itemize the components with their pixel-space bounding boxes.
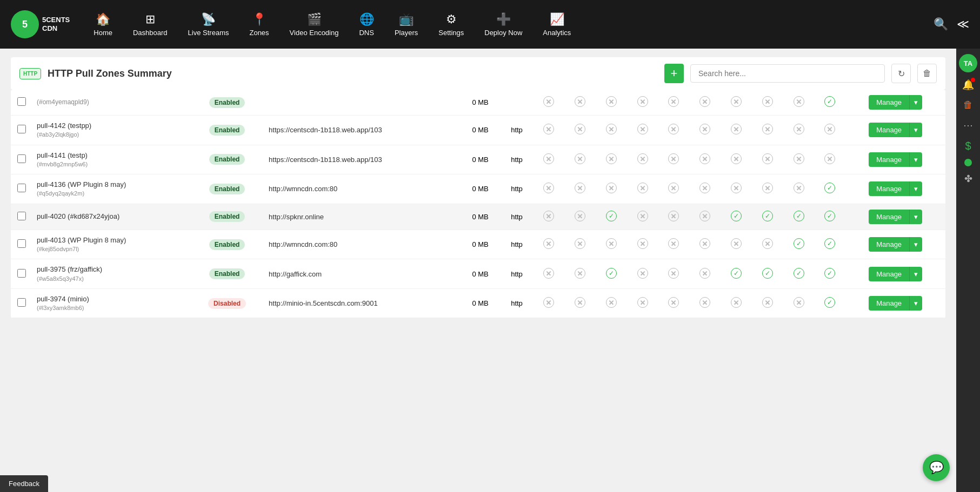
status-col-0 xyxy=(533,288,564,318)
search-icon[interactable]: 🔍 xyxy=(934,17,948,31)
bandwidth: 0 MB xyxy=(460,230,500,259)
nav-item-dns[interactable]: 🌐 DNS xyxy=(351,8,381,41)
manage-dropdown-button[interactable]: ▾ xyxy=(909,181,922,196)
collapse-icon[interactable]: ≪ xyxy=(957,17,969,31)
status-col-0 xyxy=(533,174,564,204)
manage-dropdown-button[interactable]: ▾ xyxy=(909,152,922,167)
row-checkbox[interactable] xyxy=(17,184,26,192)
manage-button[interactable]: Manage xyxy=(869,237,909,252)
billing-icon[interactable]: $ xyxy=(963,138,973,154)
status-col-5 xyxy=(689,90,721,116)
check-x-icon xyxy=(637,153,648,164)
nav-item-dashboard[interactable]: ⊞ Dashboard xyxy=(125,8,175,41)
protocol: http xyxy=(501,116,534,145)
check-x-icon xyxy=(699,96,710,107)
manage-cell: Manage ▾ xyxy=(845,230,945,259)
check-x-icon xyxy=(575,297,585,308)
manage-button[interactable]: Manage xyxy=(869,296,909,311)
bandwidth: 0 MB xyxy=(460,174,500,204)
status-col-4 xyxy=(658,230,689,259)
row-checkbox[interactable] xyxy=(17,97,26,106)
row-checkbox[interactable] xyxy=(17,269,26,278)
add-button[interactable]: + xyxy=(664,64,684,83)
delete-button[interactable]: 🗑 xyxy=(917,64,937,83)
status-col-0 xyxy=(533,90,564,116)
manage-dropdown-button[interactable]: ▾ xyxy=(909,123,922,137)
nav-label-dns: DNS xyxy=(359,29,374,37)
nav-item-players[interactable]: 📺 Players xyxy=(387,8,425,41)
gamepad-icon[interactable]: ✤ xyxy=(962,171,975,187)
zone-name: pull-4142 (testpp)(#ab3y2lqk8jgo) xyxy=(32,116,190,145)
header-bar: HTTP HTTP Pull Zones Summary + ↻ 🗑 xyxy=(11,57,945,90)
manage-cell: Manage ▾ xyxy=(845,204,945,230)
video-encoding-icon: 🎬 xyxy=(307,12,322,26)
check-x-icon xyxy=(668,124,679,134)
search-input[interactable] xyxy=(690,64,885,83)
check-x-icon xyxy=(543,96,554,107)
status-col-4 xyxy=(658,174,689,204)
check-x-icon xyxy=(762,124,773,134)
check-x-icon xyxy=(606,238,617,249)
protocol: http xyxy=(501,259,534,289)
row-checkbox[interactable] xyxy=(17,212,26,220)
nav-item-home[interactable]: 🏠 Home xyxy=(86,8,120,41)
status-col-7 xyxy=(752,288,783,318)
check-x-icon xyxy=(668,297,679,308)
row-checkbox[interactable] xyxy=(17,239,26,248)
manage-group: Manage ▾ xyxy=(869,152,922,167)
status-col-2 xyxy=(596,116,627,145)
manage-button[interactable]: Manage xyxy=(869,152,909,167)
status-badge: Enabled xyxy=(209,184,245,194)
nav-item-deploy-now[interactable]: ➕ Deploy Now xyxy=(477,8,530,41)
notifications-icon[interactable]: 🔔 xyxy=(960,77,976,93)
nav-item-live-streams[interactable]: 📡 Live Streams xyxy=(181,8,237,41)
refresh-button[interactable]: ↻ xyxy=(891,64,911,83)
status-cell: Enabled xyxy=(190,174,264,204)
nav-item-analytics[interactable]: 📈 Analytics xyxy=(535,8,578,41)
check-x-icon xyxy=(824,153,835,164)
status-badge: Enabled xyxy=(209,125,245,136)
nav-item-zones[interactable]: 📍 Zones xyxy=(242,8,276,41)
status-col-8 xyxy=(783,259,815,289)
manage-button[interactable]: Manage xyxy=(869,210,909,224)
more-icon[interactable]: ⋯ xyxy=(961,117,975,133)
status-col-6 xyxy=(721,116,752,145)
brand-logo[interactable]: 5 5CENTSCDN xyxy=(11,10,70,38)
feedback-button[interactable]: Feedback xyxy=(0,475,48,492)
check-x-icon xyxy=(637,124,648,134)
check-x-icon xyxy=(575,211,585,221)
chat-button[interactable]: 💬 xyxy=(923,454,950,481)
manage-dropdown-button[interactable]: ▾ xyxy=(909,267,922,281)
avatar[interactable]: TA xyxy=(959,54,977,72)
manage-dropdown-button[interactable]: ▾ xyxy=(909,210,922,224)
manage-dropdown-button[interactable]: ▾ xyxy=(909,237,922,252)
manage-dropdown-button[interactable]: ▾ xyxy=(909,296,922,311)
check-x-icon xyxy=(606,153,617,164)
check-ok-icon xyxy=(824,297,835,308)
row-checkbox[interactable] xyxy=(17,154,26,163)
status-col-6 xyxy=(721,174,752,204)
manage-button[interactable]: Manage xyxy=(869,181,909,196)
status-col-7 xyxy=(752,145,783,174)
nav-item-video-encoding[interactable]: 🎬 Video Encoding xyxy=(282,8,346,41)
manage-button[interactable]: Manage xyxy=(869,123,909,137)
row-checkbox[interactable] xyxy=(17,125,26,133)
status-col-3 xyxy=(627,230,658,259)
check-x-icon xyxy=(668,238,679,249)
check-x-icon xyxy=(762,153,773,164)
check-x-icon xyxy=(762,297,773,308)
protocol: http xyxy=(501,230,534,259)
status-col-4 xyxy=(658,116,689,145)
check-x-icon xyxy=(731,124,742,134)
status-cell: Enabled xyxy=(190,116,264,145)
manage-button[interactable]: Manage xyxy=(869,95,909,110)
status-col-3 xyxy=(627,204,658,230)
manage-dropdown-button[interactable]: ▾ xyxy=(909,95,922,110)
trash-icon[interactable]: 🗑 xyxy=(961,97,975,113)
status-cell: Enabled xyxy=(190,230,264,259)
row-checkbox[interactable] xyxy=(17,298,26,307)
manage-button[interactable]: Manage xyxy=(869,267,909,281)
status-col-3 xyxy=(627,288,658,318)
nav-item-settings[interactable]: ⚙ Settings xyxy=(431,8,471,41)
check-ok-icon xyxy=(824,211,835,221)
